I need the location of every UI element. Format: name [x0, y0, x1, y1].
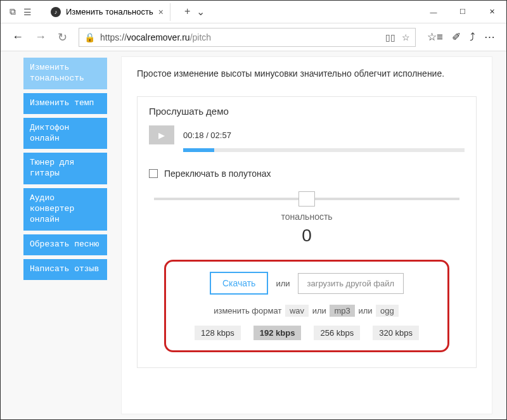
back-button[interactable]: ←: [12, 30, 23, 44]
favicon-icon: ♪: [51, 7, 61, 17]
semitones-label: Переключать в полутонах: [164, 169, 271, 179]
browser-tab[interactable]: ♪ Изменить тональность ×: [44, 3, 170, 21]
url-host: vocalremover.ru: [127, 32, 190, 42]
progress-fill: [183, 148, 214, 152]
demo-box: Прослушать демо ▶ 00:18 / 02:57 Переключ…: [137, 96, 477, 368]
or-text: или: [276, 279, 290, 288]
format-ogg[interactable]: ogg: [376, 305, 399, 317]
tab-title: Изменить тональность: [66, 7, 153, 16]
minimize-button[interactable]: —: [419, 1, 448, 23]
sidebar-item-pitch[interactable]: Изменить тональность: [23, 58, 107, 89]
refresh-button[interactable]: ↻: [58, 30, 67, 44]
format-wav[interactable]: wav: [285, 305, 309, 317]
close-tab-icon[interactable]: ×: [158, 7, 164, 17]
new-tab-icon[interactable]: +: [184, 6, 190, 18]
sidebar-item-converter[interactable]: Аудио конвертер онлайн: [23, 188, 107, 231]
reading-view-icon[interactable]: ▯▯: [385, 32, 395, 42]
play-button[interactable]: ▶: [149, 125, 174, 144]
lock-icon: 🔒: [84, 32, 95, 42]
tabs-aside-icon[interactable]: ⧉: [10, 6, 16, 17]
notes-icon[interactable]: ✐: [452, 30, 461, 44]
format-label: изменить формат: [214, 306, 281, 315]
forward-button: →: [35, 30, 46, 44]
main-panel: Простое изменение высоты минусовки значи…: [121, 56, 492, 414]
address-bar: ← → ↻ 🔒 https://vocalremover.ru/pitch ▯▯…: [1, 23, 506, 51]
sidebar-item-tuner[interactable]: Тюнер для гитары: [23, 153, 107, 184]
download-section: Скачать или загрузить другой файл измени…: [164, 260, 449, 352]
sidebar-item-cut[interactable]: Обрезать песню: [23, 234, 107, 255]
url-input[interactable]: 🔒 https://vocalremover.ru/pitch ▯▯ ☆: [79, 28, 416, 47]
bitrate-320[interactable]: 320 kbps: [373, 326, 419, 340]
bitrate-192[interactable]: 192 kbps: [254, 326, 302, 340]
tabs-preview-icon[interactable]: ☰: [23, 7, 32, 17]
url-scheme: https://: [100, 32, 127, 42]
slider-thumb[interactable]: [298, 191, 315, 207]
bitrate-256[interactable]: 256 kbps: [314, 326, 360, 340]
tonality-value: 0: [149, 226, 465, 246]
tonality-slider[interactable]: [154, 198, 459, 200]
format-row: изменить формат wav или mp3 или ogg: [177, 305, 436, 317]
favorites-bar-icon[interactable]: ☆≡: [427, 30, 443, 44]
close-window-button[interactable]: ✕: [477, 1, 506, 23]
settings-icon[interactable]: ⋯: [484, 30, 495, 44]
sidebar-item-feedback[interactable]: Написать отзыв: [23, 259, 107, 280]
tab-menu-icon[interactable]: ⌄: [196, 6, 205, 18]
bitrate-128[interactable]: 128 kbps: [195, 326, 241, 340]
format-mp3[interactable]: mp3: [330, 305, 354, 317]
window-titlebar: ⧉ ☰ ♪ Изменить тональность × + ⌄ — ☐ ✕: [1, 1, 506, 23]
playback-time: 00:18 / 02:57: [183, 130, 231, 140]
bitrate-row: 128 kbps 192 kbps 256 kbps 320 kbps: [177, 326, 436, 340]
maximize-button[interactable]: ☐: [448, 1, 477, 23]
progress-bar[interactable]: [183, 148, 465, 152]
format-or1: или: [312, 306, 326, 315]
page-content: Изменить тональность Изменить темп Дикто…: [1, 51, 506, 419]
intro-text: Простое изменение высоты минусовки значи…: [137, 68, 477, 79]
url-path: /pitch: [190, 32, 211, 42]
format-or2: или: [358, 306, 372, 315]
sidebar-item-recorder[interactable]: Диктофон онлайн: [23, 118, 107, 150]
semitones-checkbox[interactable]: [149, 169, 158, 178]
share-icon[interactable]: ⤴: [470, 31, 475, 44]
sidebar-item-tempo[interactable]: Изменить темп: [23, 93, 107, 114]
demo-title: Прослушать демо: [149, 106, 465, 117]
favorite-icon[interactable]: ☆: [402, 32, 410, 42]
upload-another-button[interactable]: загрузить другой файл: [298, 273, 404, 294]
download-button[interactable]: Скачать: [210, 272, 269, 295]
sidebar: Изменить тональность Изменить темп Дикто…: [1, 51, 115, 419]
tonality-label: тональность: [149, 212, 465, 222]
